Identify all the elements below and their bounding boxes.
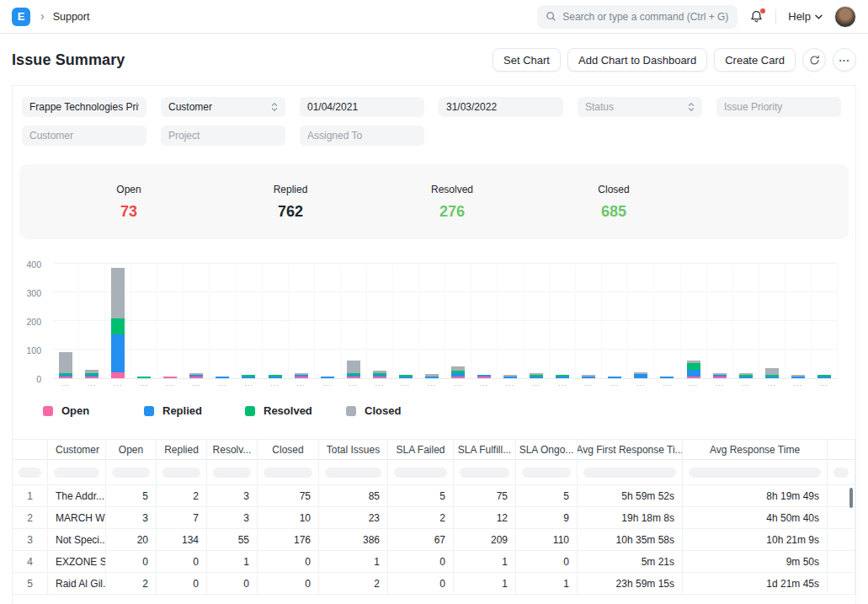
- breadcrumb-support[interactable]: Support: [53, 11, 90, 23]
- search-input[interactable]: [562, 11, 729, 23]
- create-card-button[interactable]: Create Card: [714, 48, 796, 72]
- chart-bar[interactable]: ...: [681, 265, 707, 378]
- chart-bar[interactable]: ...: [445, 265, 471, 378]
- chart-bar[interactable]: ...: [236, 265, 262, 378]
- column-filter-input[interactable]: [833, 468, 849, 478]
- menu-button[interactable]: ...: [833, 48, 856, 72]
- table-cell: 0: [157, 573, 207, 595]
- header-cell[interactable]: Customer: [48, 440, 106, 460]
- chart-bar[interactable]: ...: [289, 265, 315, 378]
- header-cell[interactable]: Total Issues: [319, 440, 388, 460]
- table-cell: 0: [516, 551, 578, 573]
- bar-segment-replied: [660, 377, 674, 378]
- help-dropdown[interactable]: Help: [788, 10, 823, 23]
- column-filter-input[interactable]: [162, 468, 200, 478]
- chart-bar[interactable]: ...: [498, 265, 524, 378]
- chart-bar[interactable]: ...: [315, 265, 341, 378]
- table-row[interactable]: 3Not Speci...20134551763866720911010h 35…: [13, 529, 855, 551]
- filter-customer-input[interactable]: Customer: [22, 126, 146, 146]
- filter-status-input[interactable]: Status: [578, 97, 702, 117]
- table-cell-empty: [828, 573, 855, 595]
- chart-bar[interactable]: ...: [393, 265, 419, 378]
- column-filter-input[interactable]: [112, 468, 150, 478]
- chart-bar[interactable]: ...: [524, 265, 550, 378]
- table-cell: 0: [258, 573, 319, 595]
- table-row[interactable]: 5Raid Al Gil...2000201123h 59m 15s1d 21m…: [13, 573, 855, 595]
- table-row[interactable]: 2MARCH W...3731023212919h 18m 8s4h 50m 4…: [13, 507, 855, 529]
- chart-bar[interactable]: ...: [79, 265, 105, 378]
- chart-bar[interactable]: ...: [367, 265, 393, 378]
- column-filter-input[interactable]: [522, 468, 571, 478]
- chart-bar[interactable]: ...: [628, 265, 654, 378]
- legend-label: Resolved: [264, 404, 312, 417]
- notification-bell-icon[interactable]: [749, 9, 764, 24]
- chart-bar[interactable]: ...: [210, 265, 236, 378]
- erpnext-logo[interactable]: E: [12, 8, 30, 26]
- chart-bar[interactable]: ...: [576, 265, 602, 378]
- filter-based-on-input[interactable]: Customer: [161, 97, 285, 117]
- filter-from-date-input[interactable]: 01/04/2021: [300, 97, 424, 117]
- chart-bar[interactable]: ...: [263, 265, 289, 378]
- x-tick-label: ...: [393, 379, 418, 388]
- chart-bar[interactable]: ...: [654, 265, 680, 378]
- header-cell[interactable]: Open: [106, 440, 157, 460]
- user-avatar[interactable]: [834, 6, 856, 28]
- column-filter-input[interactable]: [583, 468, 676, 478]
- chart-bar[interactable]: ...: [785, 265, 812, 378]
- column-filter-input[interactable]: [54, 468, 99, 478]
- chart-bar[interactable]: ...: [131, 265, 157, 378]
- chart-bar[interactable]: ...: [471, 265, 498, 378]
- chart-bar[interactable]: ...: [184, 265, 210, 378]
- column-filter-input[interactable]: [325, 468, 381, 478]
- bar-segment-replied: [269, 377, 282, 378]
- bar-segment-replied: [111, 334, 125, 373]
- chart-bar[interactable]: ...: [53, 265, 79, 378]
- header-cell[interactable]: Closed: [258, 440, 319, 460]
- filter-company-input[interactable]: Frappe Technologies Priva: [22, 97, 146, 117]
- filter-project-input[interactable]: Project: [161, 126, 285, 146]
- column-filter-input[interactable]: [689, 468, 821, 478]
- refresh-button[interactable]: [802, 48, 826, 72]
- chart-bar[interactable]: ...: [105, 265, 131, 378]
- chart-plot: ........................................…: [53, 265, 838, 379]
- bar-segment-replied: [687, 370, 700, 377]
- header-cell[interactable]: Avg First Response Ti...: [578, 440, 683, 460]
- table-row[interactable]: 4EXZONE S...001010105m 21s9m 50s: [13, 551, 855, 573]
- column-filter-input[interactable]: [213, 468, 251, 478]
- chart-bar[interactable]: ...: [707, 265, 733, 378]
- filter-assigned-to-input[interactable]: Assigned To: [300, 126, 424, 146]
- ellipsis-icon: ...: [839, 52, 849, 64]
- set-chart-button[interactable]: Set Chart: [493, 48, 561, 72]
- x-tick-label: ...: [184, 379, 209, 388]
- summary-label: Resolved: [371, 184, 533, 195]
- table-row[interactable]: 1The Addr...523758557555h 59m 52s8h 19m …: [13, 485, 855, 507]
- chart-bar[interactable]: ...: [550, 265, 576, 378]
- table-scrollbar[interactable]: [849, 488, 853, 508]
- column-filter-input[interactable]: [460, 468, 509, 478]
- bar-segment-open: [373, 377, 386, 378]
- header-cell[interactable]: Replied: [157, 440, 207, 460]
- header-cell[interactable]: SLA Ongo...: [516, 440, 578, 460]
- chart-bar[interactable]: ...: [157, 265, 184, 378]
- chart-bar[interactable]: ...: [341, 265, 367, 378]
- header-cell[interactable]: Avg Response Time: [683, 440, 828, 460]
- global-search[interactable]: [537, 5, 738, 29]
- chart-bar[interactable]: ...: [812, 265, 838, 378]
- header-cell[interactable]: [13, 440, 48, 460]
- chart-bar[interactable]: ...: [602, 265, 628, 378]
- header-cell[interactable]: SLA Fulfill...: [454, 440, 516, 460]
- column-filter-input[interactable]: [394, 468, 447, 478]
- header-cell[interactable]: Resolv...: [207, 440, 258, 460]
- filter-issue-priority-input[interactable]: Issue Priority: [716, 97, 841, 117]
- filter-to-date-input[interactable]: 31/03/2022: [439, 97, 563, 117]
- x-tick-label: ...: [812, 379, 837, 388]
- y-axis-label: 400: [26, 259, 41, 270]
- chart-bar[interactable]: ...: [759, 265, 785, 378]
- header-cell[interactable]: SLA Failed: [388, 440, 454, 460]
- header-cell[interactable]: [828, 440, 855, 460]
- chart-bar[interactable]: ...: [419, 265, 445, 378]
- chart-bar[interactable]: ...: [733, 265, 759, 378]
- column-filter-input[interactable]: [19, 468, 41, 478]
- add-chart-to-dashboard-button[interactable]: Add Chart to Dashboard: [567, 48, 707, 72]
- column-filter-input[interactable]: [264, 468, 312, 478]
